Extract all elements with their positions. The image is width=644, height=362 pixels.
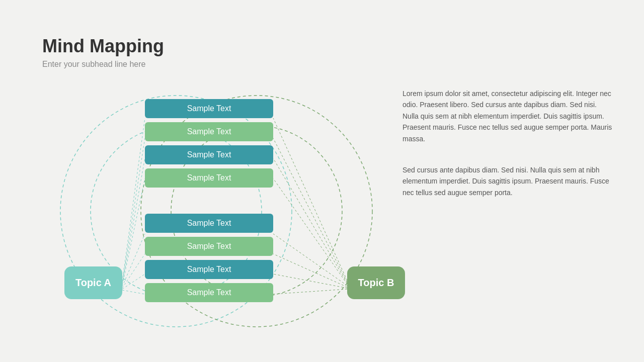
top-boxes: Sample TextSample TextSample TextSample … — [145, 99, 273, 188]
text-panel: Lorem ipsum dolor sit amet, consectetur … — [403, 88, 614, 198]
top-box-1: Sample Text — [145, 122, 273, 141]
bottom-box-3: Sample Text — [145, 283, 273, 302]
bottom-box-2: Sample Text — [145, 260, 273, 279]
top-box-0: Sample Text — [145, 99, 273, 118]
svg-line-13 — [273, 138, 347, 282]
top-box-2: Sample Text — [145, 145, 273, 164]
text-block-2: Sed cursus ante dapibus diam. Sed nisi. … — [403, 164, 614, 198]
page-subtitle: Enter your subhead line here — [42, 60, 164, 69]
diagram-area: Topic A Topic B Sample TextSample TextSa… — [30, 88, 403, 334]
header: Mind Mapping Enter your subhead line her… — [42, 35, 164, 69]
svg-line-14 — [273, 158, 347, 283]
bottom-box-0: Sample Text — [145, 214, 273, 233]
svg-line-8 — [122, 234, 145, 287]
bottom-boxes: Sample TextSample TextSample TextSample … — [145, 214, 273, 302]
svg-line-15 — [273, 178, 347, 284]
svg-line-16 — [273, 234, 347, 286]
topic-a-node: Topic A — [64, 266, 122, 299]
svg-line-6 — [122, 158, 145, 284]
svg-line-17 — [273, 254, 347, 287]
top-box-3: Sample Text — [145, 168, 273, 188]
svg-line-18 — [273, 274, 347, 288]
bottom-box-1: Sample Text — [145, 237, 273, 256]
svg-line-7 — [122, 178, 145, 285]
page-title: Mind Mapping — [42, 35, 164, 57]
svg-line-11 — [122, 290, 145, 294]
svg-line-12 — [273, 118, 347, 281]
svg-line-4 — [122, 118, 145, 282]
svg-line-10 — [122, 274, 145, 289]
svg-line-19 — [273, 289, 347, 294]
topic-b-node: Topic B — [347, 266, 405, 299]
svg-line-9 — [122, 254, 145, 288]
text-block-1: Lorem ipsum dolor sit amet, consectetur … — [403, 88, 614, 144]
svg-line-5 — [122, 138, 145, 283]
